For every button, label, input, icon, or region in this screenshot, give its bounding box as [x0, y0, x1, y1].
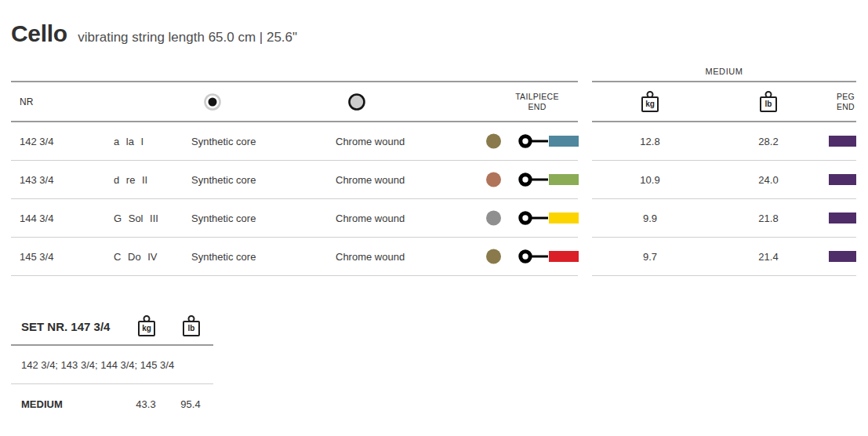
silk-color-dot — [486, 211, 501, 226]
core-cross-section-icon — [202, 92, 223, 112]
tension-kg: 12.8 — [619, 136, 681, 147]
string-nr: 143 3/4 — [20, 174, 53, 186]
table-row: 142 3/4 a la I Synthetic core Chrome wou… — [11, 122, 578, 161]
table-row: 145 3/4 C Do IV Synthetic core Chrome wo… — [11, 238, 578, 276]
kg-weight-icon: kg — [641, 91, 659, 113]
string-winding: Chrome wound — [336, 136, 405, 147]
silk-color-dot — [486, 134, 501, 149]
set-contents-row: 142 3/4; 143 3/4; 144 3/4; 145 3/4 — [11, 346, 213, 384]
lb-unit-label: lb — [183, 321, 200, 336]
string-spec-table: NR TAILPIECE END 142 3/4 a la I Synthet — [11, 81, 578, 276]
set-title: SET NR. 147 3/4 — [21, 319, 110, 332]
set-tension-lb: 95.4 — [159, 398, 222, 410]
table-row: 9.9 21.8 — [592, 199, 856, 238]
tension-lb: 21.8 — [737, 213, 800, 224]
string-spec-table-header: NR TAILPIECE END — [11, 81, 578, 122]
lb-weight-icon: lb — [182, 315, 201, 337]
string-core: Synthetic core — [191, 251, 256, 263]
tension-table: kg lb PEG END 12.8 28.2 10.9 24.0 9.9 21… — [592, 81, 856, 276]
title-block: Cello vibrating string length 65.0 cm | … — [11, 20, 297, 47]
peg-end-color-swatch — [829, 213, 856, 223]
string-nr: 142 3/4 — [20, 136, 53, 147]
string-winding: Chrome wound — [336, 174, 405, 186]
table-row: 10.9 24.0 — [592, 161, 856, 199]
ball-end-icon — [518, 249, 550, 264]
set-contents: 142 3/4; 143 3/4; 144 3/4; 145 3/4 — [21, 359, 174, 371]
tension-lb: 28.2 — [737, 136, 800, 147]
ball-end-icon — [518, 172, 550, 187]
column-header-nr: NR — [20, 96, 33, 107]
kg-unit-label: kg — [641, 96, 659, 112]
tension-table-header: kg lb PEG END — [592, 81, 856, 122]
table-row: 12.8 28.2 — [592, 122, 856, 161]
string-winding: Chrome wound — [336, 251, 405, 263]
table-row: 144 3/4 G Sol III Synthetic core Chrome … — [11, 199, 578, 238]
page-title: Cello — [11, 20, 67, 46]
ball-end-icon — [518, 133, 550, 149]
kg-unit-label: kg — [138, 321, 155, 336]
tailpiece-color-swatch — [549, 174, 579, 185]
tension-kg: 9.9 — [619, 213, 681, 224]
lb-weight-icon: lb — [759, 91, 778, 113]
silk-color-dot — [486, 249, 501, 264]
peg-end-color-swatch — [829, 174, 856, 185]
gauge-group-label: MEDIUM — [592, 67, 856, 76]
tension-kg: 9.7 — [619, 251, 681, 263]
string-note: G Sol III — [114, 213, 158, 224]
silk-color-dot — [486, 173, 501, 187]
tailpiece-color-swatch — [549, 251, 579, 262]
lb-unit-label: lb — [760, 96, 777, 112]
string-core: Synthetic core — [191, 213, 256, 224]
table-row: 143 3/4 d re II Synthetic core Chrome wo… — [11, 161, 578, 199]
cello-string-spec-page: Cello vibrating string length 65.0 cm | … — [0, 0, 868, 436]
string-note: d re II — [114, 174, 147, 186]
tailpiece-color-swatch — [549, 136, 579, 147]
string-core: Synthetic core — [191, 174, 256, 186]
ball-end-icon — [518, 210, 550, 226]
peg-end-color-swatch — [829, 136, 856, 147]
table-row: 9.7 21.4 — [592, 238, 856, 276]
set-gauge-label: MEDIUM — [21, 398, 63, 410]
set-header: SET NR. 147 3/4 kg lb — [11, 307, 213, 346]
string-core: Synthetic core — [191, 136, 256, 147]
set-summary-table: SET NR. 147 3/4 kg lb 142 3/4; 143 3/4; … — [11, 307, 213, 423]
string-nr: 144 3/4 — [20, 213, 53, 224]
winding-cross-section-icon — [347, 92, 367, 112]
tension-kg: 10.9 — [619, 174, 681, 186]
tension-lb: 24.0 — [737, 174, 800, 186]
kg-weight-icon: kg — [137, 315, 156, 337]
string-note: a la I — [114, 136, 143, 147]
set-tension-row: MEDIUM 43.3 95.4 — [11, 384, 213, 423]
page-subtitle: vibrating string length 65.0 cm | 25.6" — [78, 30, 297, 45]
column-header-peg-end: PEG END — [837, 91, 855, 111]
string-nr: 145 3/4 — [20, 251, 53, 263]
tension-lb: 21.4 — [737, 251, 800, 263]
string-winding: Chrome wound — [336, 213, 405, 224]
peg-end-color-swatch — [829, 251, 856, 262]
tailpiece-color-swatch — [549, 213, 579, 223]
string-note: C Do IV — [114, 251, 158, 263]
column-header-tailpiece-end: TAILPIECE END — [494, 91, 580, 111]
